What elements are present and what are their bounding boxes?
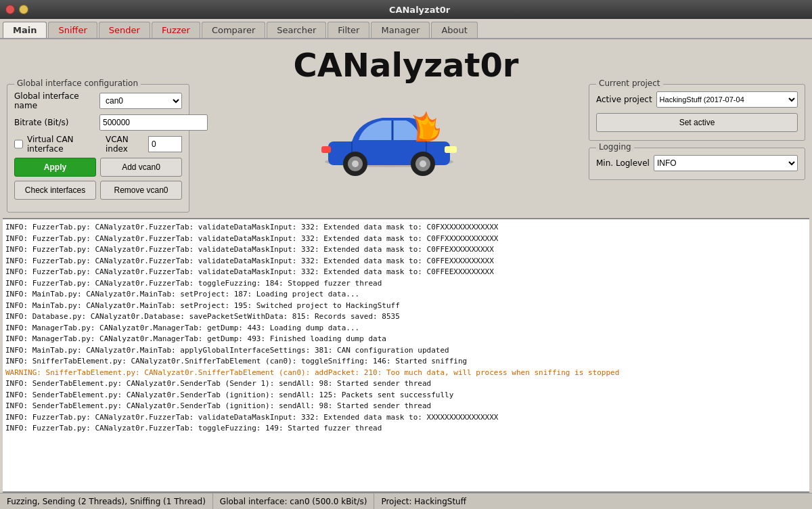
log-line: INFO: MainTab.py: CANalyzat0r.MainTab: a… bbox=[5, 345, 807, 357]
log-line: WARNING: SnifferTabElement.py: CANalyzat… bbox=[5, 368, 807, 379]
active-project-select[interactable]: HackingStuff (2017-07-04 bbox=[656, 91, 798, 108]
log-line: INFO: SnifferTabElement.py: CANalyzat0r.… bbox=[5, 356, 807, 368]
tab-comparer[interactable]: Comparer bbox=[202, 22, 265, 38]
status-segment-3: Project: HackingStuff bbox=[374, 493, 473, 509]
minimize-button[interactable] bbox=[19, 5, 28, 14]
global-interface-panel: Global interface configuration Global in… bbox=[7, 84, 189, 218]
add-vcan-button[interactable]: Add vcan0 bbox=[100, 158, 182, 177]
global-interface-group-title: Global interface configuration bbox=[14, 79, 141, 88]
remove-vcan-button[interactable]: Remove vcan0 bbox=[100, 181, 182, 200]
car-illustration bbox=[315, 91, 464, 185]
log-line: INFO: MainTab.py: CANalyzat0r.MainTab: s… bbox=[5, 301, 807, 312]
status-segment-2: Global interface: can0 (500.0 kBit/s) bbox=[213, 493, 375, 509]
right-panel: Current project Active project HackingSt… bbox=[589, 84, 805, 180]
current-project-title: Current project bbox=[596, 79, 663, 88]
main-content: CANalyzat0r Global interface configurati… bbox=[0, 39, 812, 509]
tabbar: MainSnifferSenderFuzzerComparerSearcherF… bbox=[0, 19, 812, 39]
tab-fuzzer[interactable]: Fuzzer bbox=[152, 22, 200, 38]
vcan-index-label: VCAN index bbox=[106, 135, 144, 154]
loglevel-select[interactable]: INFO DEBUG WARNING ERROR bbox=[654, 155, 798, 171]
log-area[interactable]: INFO: FuzzerTab.py: CANalyzat0r.FuzzerTa… bbox=[3, 218, 809, 493]
tab-filter[interactable]: Filter bbox=[328, 22, 369, 38]
statusbar: Fuzzing, Sending (2 Threads), Sniffing (… bbox=[0, 493, 812, 509]
log-line: INFO: FuzzerTab.py: CANalyzat0r.FuzzerTa… bbox=[5, 278, 807, 290]
logging-group: Logging Min. Loglevel INFO DEBUG WARNING… bbox=[589, 148, 805, 180]
tab-manager[interactable]: Manager bbox=[371, 22, 430, 38]
log-line: INFO: FuzzerTab.py: CANalyzat0r.FuzzerTa… bbox=[5, 222, 807, 234]
log-line: INFO: SenderTabElement.py: CANalyzat0r.S… bbox=[5, 378, 807, 390]
virtual-can-label: Virtual CAN interface bbox=[27, 135, 96, 154]
log-line: INFO: ManagerTab.py: CANalyzat0r.Manager… bbox=[5, 334, 807, 345]
current-project-group: Current project Active project HackingSt… bbox=[589, 84, 805, 141]
log-line: INFO: FuzzerTab.py: CANalyzat0r.FuzzerTa… bbox=[5, 256, 807, 267]
log-line: INFO: FuzzerTab.py: CANalyzat0r.FuzzerTa… bbox=[5, 412, 807, 424]
window-title: CANalyzat0r bbox=[32, 5, 807, 15]
log-line: INFO: ManagerTab.py: CANalyzat0r.Manager… bbox=[5, 323, 807, 334]
tab-sender[interactable]: Sender bbox=[99, 22, 150, 38]
svg-rect-12 bbox=[321, 146, 331, 153]
app-title: CANalyzat0r bbox=[293, 46, 518, 84]
log-line: INFO: FuzzerTab.py: CANalyzat0r.FuzzerTa… bbox=[5, 234, 807, 245]
titlebar: CANalyzat0r bbox=[0, 0, 812, 19]
log-line: INFO: MainTab.py: CANalyzat0r.MainTab: s… bbox=[5, 289, 807, 301]
apply-button[interactable]: Apply bbox=[14, 158, 96, 177]
log-line: INFO: SenderTabElement.py: CANalyzat0r.S… bbox=[5, 390, 807, 401]
virtual-can-checkbox[interactable] bbox=[14, 139, 23, 149]
vcan-index-input[interactable] bbox=[148, 136, 182, 152]
svg-point-7 bbox=[352, 160, 359, 167]
tab-sniffer[interactable]: Sniffer bbox=[48, 22, 97, 38]
set-active-button[interactable]: Set active bbox=[596, 113, 798, 132]
svg-rect-11 bbox=[445, 146, 457, 153]
bitrate-input[interactable] bbox=[99, 114, 208, 131]
log-line: INFO: FuzzerTab.py: CANalyzat0r.FuzzerTa… bbox=[5, 244, 807, 256]
active-project-label: Active project bbox=[596, 95, 652, 104]
log-line: INFO: FuzzerTab.py: CANalyzat0r.FuzzerTa… bbox=[5, 423, 807, 435]
interface-name-label: Global interface name bbox=[14, 91, 95, 110]
car-image-area bbox=[196, 84, 582, 185]
svg-point-10 bbox=[420, 160, 426, 167]
tab-about[interactable]: About bbox=[431, 22, 477, 38]
status-segment-1: Fuzzing, Sending (2 Threads), Sniffing (… bbox=[0, 493, 213, 509]
logging-title: Logging bbox=[596, 142, 634, 152]
log-line: INFO: SenderTabElement.py: CANalyzat0r.S… bbox=[5, 401, 807, 412]
close-button[interactable] bbox=[5, 5, 15, 14]
log-line: INFO: Database.py: CANalyzat0r.Database:… bbox=[5, 311, 807, 323]
min-loglevel-label: Min. Loglevel bbox=[596, 158, 650, 168]
bitrate-label: Bitrate (Bit/s) bbox=[14, 118, 95, 127]
interface-name-select[interactable]: can0 bbox=[99, 93, 182, 109]
log-line: INFO: FuzzerTab.py: CANalyzat0r.FuzzerTa… bbox=[5, 267, 807, 278]
tab-main[interactable]: Main bbox=[3, 22, 47, 38]
tab-searcher[interactable]: Searcher bbox=[267, 22, 326, 38]
check-interfaces-button[interactable]: Check interfaces bbox=[14, 181, 96, 200]
